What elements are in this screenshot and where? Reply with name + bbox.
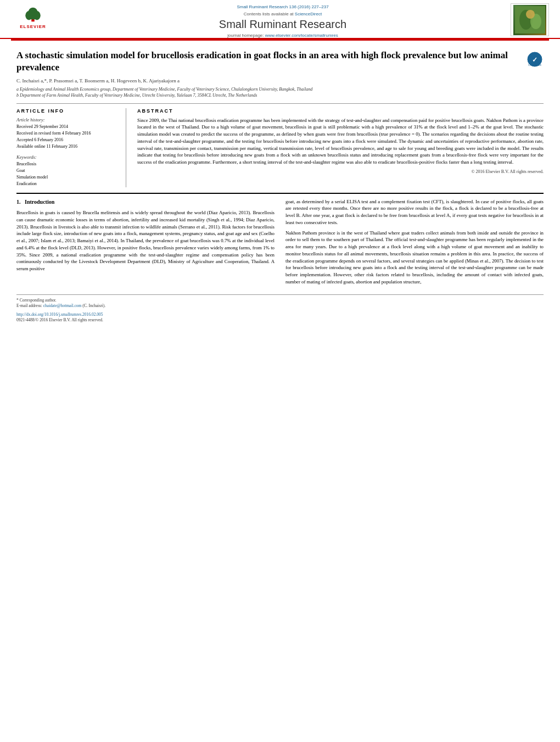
main-content: A stochastic simulation model for brucel… <box>0 41 560 328</box>
affiliation-b: b Department of Farm Animal Health, Facu… <box>16 92 544 98</box>
journal-homepage-url[interactable]: www.elsevier.com/locate/smallrumres <box>265 33 338 38</box>
journal-volume-info: Small Ruminant Research 136 (2016) 227–2… <box>237 4 328 9</box>
body-col-right: goat, as determined by a serial ELISA te… <box>285 198 544 289</box>
body-col-left: 1. Introduction Brucellosis in goats is … <box>16 198 275 289</box>
keyword-1: Brucellosis <box>16 161 117 168</box>
keywords-label: Keywords: <box>16 154 117 160</box>
journal-cover-icon <box>513 5 546 35</box>
svg-point-2 <box>25 11 32 20</box>
sciencedirect-link[interactable]: ScienceDirect <box>295 12 322 16</box>
footer-section: * Corresponding author. E-mail address: … <box>16 294 544 322</box>
elsevier-logo: ELSEVIER <box>13 3 54 31</box>
affiliation-a: a Epidemiology and Animal Health Economi… <box>16 86 544 92</box>
body-col2-para1: goat, as determined by a serial ELISA te… <box>285 198 544 226</box>
article-title: A stochastic simulation model for brucel… <box>16 49 522 74</box>
doi-link[interactable]: http://dx.doi.org/10.1016/j.smallrumres.… <box>16 312 103 317</box>
journal-title: Small Ruminant Research <box>219 18 346 31</box>
cover-image-svg <box>515 6 545 34</box>
keyword-4: Eradication <box>16 181 117 187</box>
date-available: Available online 11 February 2016 <box>16 143 117 150</box>
body-col1-para1: Brucellosis in goats is caused by Brucel… <box>16 209 275 272</box>
info-abstract-section: ARTICLE INFO Article history: Received 2… <box>16 103 544 187</box>
body-divider <box>16 193 544 194</box>
journal-homepage: journal homepage: www.elsevier.com/locat… <box>227 33 338 38</box>
abstract-col: ABSTRACT Since 2009, the Thai national b… <box>137 108 544 187</box>
history-label: Article history: <box>16 117 117 122</box>
body-col2-para2: Nakhon Pathom province is in the west of… <box>285 230 544 286</box>
article-info-header: ARTICLE INFO <box>16 108 117 114</box>
keywords-section: Keywords: Brucellosis Goat Simulation mo… <box>16 154 117 187</box>
issn-text: 0921-4488/© 2016 Elsevier B.V. All right… <box>16 317 544 322</box>
body-content: 1. Introduction Brucellosis in goats is … <box>16 198 544 289</box>
elsevier-tree-icon <box>22 5 44 23</box>
authors-line: C. Inchaisri a,*, P. Prasomsri a, T. Boo… <box>16 78 544 83</box>
copyright-line: © 2016 Elsevier B.V. All rights reserved… <box>137 169 544 174</box>
elsevier-logo-section: ELSEVIER <box>11 3 55 31</box>
crossmark-icon[interactable]: ✓ CrossMark <box>527 52 544 68</box>
page-header: ELSEVIER Small Ruminant Research 136 (20… <box>0 0 560 39</box>
affiliations: a Epidemiology and Animal Health Economi… <box>16 86 544 98</box>
date-revised: Received in revised form 4 February 2016 <box>16 130 117 137</box>
svg-text:✓: ✓ <box>532 56 537 64</box>
section1-title: 1. Introduction <box>16 198 275 207</box>
svg-point-7 <box>526 10 535 19</box>
svg-text:CrossMark: CrossMark <box>528 63 542 66</box>
abstract-text: Since 2009, the Thai national brucellosi… <box>137 117 544 166</box>
email-note: E-mail address: chaidate@hotmail.com (C.… <box>16 303 544 309</box>
keyword-2: Goat <box>16 168 117 174</box>
journal-icon-section <box>511 3 549 36</box>
date-accepted: Accepted 6 February 2016 <box>16 137 117 143</box>
footer-links: http://dx.doi.org/10.1016/j.smallrumres.… <box>16 311 544 317</box>
keyword-list: Brucellosis Goat Simulation model Eradic… <box>16 161 117 187</box>
corresponding-author-note: * Corresponding author. <box>16 298 544 304</box>
svg-point-3 <box>33 11 41 20</box>
crossmark-svg: ✓ CrossMark <box>527 52 542 67</box>
article-title-section: A stochastic simulation model for brucel… <box>16 49 544 74</box>
date-received: Received 29 September 2014 <box>16 124 117 130</box>
article-info-col: ARTICLE INFO Article history: Received 2… <box>16 108 126 187</box>
article-dates: Received 29 September 2014 Received in r… <box>16 124 117 150</box>
elsevier-brand-text: ELSEVIER <box>20 24 46 29</box>
contents-available-text: Contents lists available at ScienceDirec… <box>244 12 322 16</box>
author-email[interactable]: chaidate@hotmail.com <box>43 303 82 308</box>
header-center: Small Ruminant Research 136 (2016) 227–2… <box>60 3 505 38</box>
keyword-3: Simulation model <box>16 174 117 181</box>
abstract-header: ABSTRACT <box>137 108 544 114</box>
